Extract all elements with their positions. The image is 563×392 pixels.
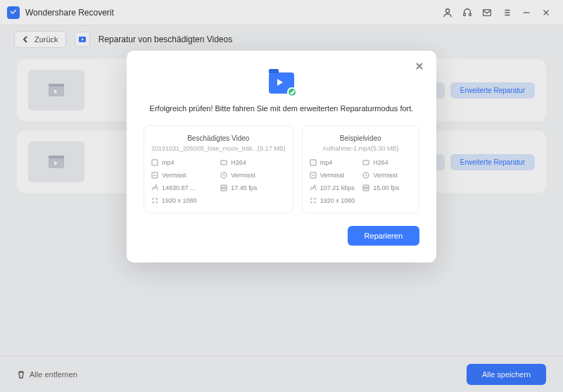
verify-modal: Erfolgreich prüfen! Bitte fahren Sie mit… — [127, 51, 436, 263]
prop-audio: Vermisst — [320, 172, 345, 179]
prop-audio: Vermisst — [162, 172, 186, 179]
panel-filename: Aufnahme-1.mp4(5.30 MB) — [310, 145, 412, 152]
prop-fps: 15.00 fps — [373, 184, 399, 191]
prop-fps: 17.45 fps — [231, 184, 257, 191]
panel-title: Beispielvideo — [310, 134, 412, 142]
modal-overlay: Erfolgreich prüfen! Bitte fahren Sie mit… — [0, 0, 563, 392]
svg-rect-14 — [310, 160, 316, 165]
compare-panels: Beschädigtes Video 20191031_205005_lose_… — [144, 125, 419, 213]
svg-rect-18 — [363, 185, 369, 191]
panel-filename: 20191031_205005_lose_moov_trak...(9.17 M… — [151, 145, 286, 152]
modal-close-button[interactable] — [412, 59, 426, 73]
svg-rect-13 — [221, 185, 227, 191]
prop-duration: Vermisst — [231, 172, 255, 179]
svg-rect-15 — [363, 160, 369, 165]
panel-title: Beschädigtes Video — [151, 134, 286, 142]
prop-format: mp4 — [162, 159, 175, 166]
prop-codec: H264 — [373, 159, 388, 166]
modal-header-icon — [144, 70, 419, 96]
svg-rect-9 — [152, 160, 158, 165]
prop-format: mp4 — [320, 159, 333, 166]
prop-resolution: 1920 x 1080 — [320, 197, 355, 204]
svg-rect-10 — [221, 160, 227, 165]
damaged-video-panel: Beschädigtes Video 20191031_205005_lose_… — [144, 125, 293, 213]
prop-bitrate: 107.21 kbps — [320, 184, 355, 191]
prop-codec: H264 — [231, 159, 246, 166]
sample-video-panel: Beispielvideo Aufnahme-1.mp4(5.30 MB) mp… — [302, 125, 419, 213]
prop-resolution: 1920 x 1080 — [162, 197, 197, 204]
repair-button[interactable]: Reparieren — [348, 226, 419, 246]
prop-bitrate: 14830.87 ... — [162, 184, 196, 191]
modal-message: Erfolgreich prüfen! Bitte fahren Sie mit… — [144, 104, 419, 113]
prop-duration: Vermisst — [373, 172, 398, 179]
